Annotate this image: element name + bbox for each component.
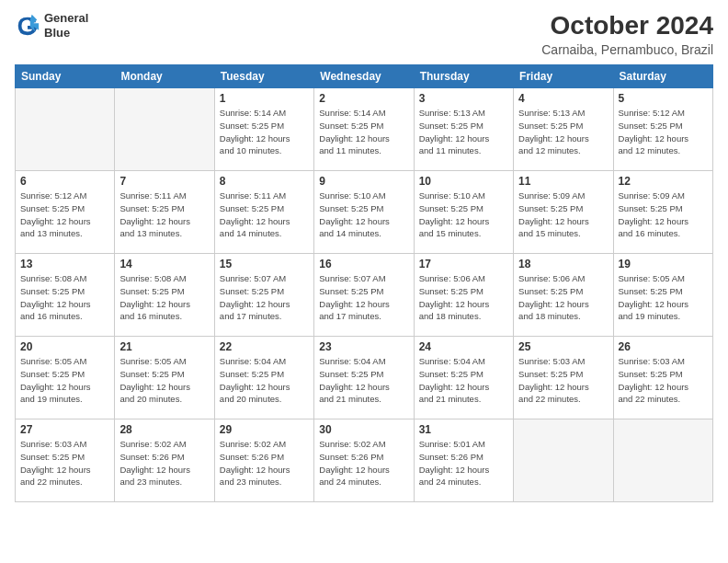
day-info-8: Sunrise: 5:11 AM Sunset: 5:25 PM Dayligh…: [220, 190, 309, 240]
day-cell-1-2: 8Sunrise: 5:11 AM Sunset: 5:25 PM Daylig…: [214, 171, 313, 254]
day-info-4: Sunrise: 5:13 AM Sunset: 5:25 PM Dayligh…: [518, 107, 608, 157]
page: General Blue October 2024 Carnaiba, Pern…: [0, 0, 728, 563]
day-number-13: 13: [20, 258, 109, 270]
day-info-24: Sunrise: 5:04 AM Sunset: 5:25 PM Dayligh…: [419, 355, 508, 406]
day-number-20: 20: [20, 340, 109, 353]
day-info-3: Sunrise: 5:13 AM Sunset: 5:25 PM Dayligh…: [419, 107, 508, 157]
day-cell-3-5: 25Sunrise: 5:03 AM Sunset: 5:25 PM Dayli…: [514, 337, 613, 419]
day-info-29: Sunrise: 5:02 AM Sunset: 5:26 PM Dayligh…: [220, 438, 309, 488]
day-cell-2-6: 19Sunrise: 5:05 AM Sunset: 5:25 PM Dayli…: [613, 254, 712, 337]
day-number-9: 9: [319, 175, 408, 188]
day-info-6: Sunrise: 5:12 AM Sunset: 5:25 PM Dayligh…: [20, 190, 109, 240]
day-cell-4-2: 29Sunrise: 5:02 AM Sunset: 5:26 PM Dayli…: [214, 419, 313, 502]
day-cell-2-0: 13Sunrise: 5:08 AM Sunset: 5:25 PM Dayli…: [16, 254, 115, 337]
day-info-1: Sunrise: 5:14 AM Sunset: 5:25 PM Dayligh…: [220, 107, 309, 157]
week-row-4: 27Sunrise: 5:03 AM Sunset: 5:25 PM Dayli…: [16, 419, 713, 502]
day-cell-0-5: 4Sunrise: 5:13 AM Sunset: 5:25 PM Daylig…: [514, 88, 613, 171]
day-cell-0-3: 2Sunrise: 5:14 AM Sunset: 5:25 PM Daylig…: [314, 88, 414, 171]
header-monday: Monday: [115, 65, 214, 88]
day-number-6: 6: [20, 175, 109, 188]
day-number-11: 11: [518, 175, 608, 188]
day-info-9: Sunrise: 5:10 AM Sunset: 5:25 PM Dayligh…: [319, 190, 408, 240]
logo: General Blue: [15, 11, 88, 40]
week-row-1: 6Sunrise: 5:12 AM Sunset: 5:25 PM Daylig…: [16, 171, 713, 254]
day-cell-4-6: [613, 419, 712, 502]
day-cell-1-0: 6Sunrise: 5:12 AM Sunset: 5:25 PM Daylig…: [16, 171, 115, 254]
day-cell-4-1: 28Sunrise: 5:02 AM Sunset: 5:26 PM Dayli…: [115, 419, 214, 502]
day-info-14: Sunrise: 5:08 AM Sunset: 5:25 PM Dayligh…: [119, 272, 209, 323]
day-number-28: 28: [119, 423, 209, 436]
header-wednesday: Wednesday: [314, 65, 414, 88]
day-cell-2-1: 14Sunrise: 5:08 AM Sunset: 5:25 PM Dayli…: [115, 254, 214, 337]
day-info-30: Sunrise: 5:02 AM Sunset: 5:26 PM Dayligh…: [319, 438, 408, 488]
day-number-25: 25: [518, 340, 608, 353]
day-number-3: 3: [419, 92, 508, 105]
header: General Blue October 2024 Carnaiba, Pern…: [15, 11, 713, 57]
day-cell-4-4: 31Sunrise: 5:01 AM Sunset: 5:26 PM Dayli…: [414, 419, 513, 502]
day-cell-3-1: 21Sunrise: 5:05 AM Sunset: 5:25 PM Dayli…: [115, 337, 214, 419]
day-cell-1-3: 9Sunrise: 5:10 AM Sunset: 5:25 PM Daylig…: [314, 171, 414, 254]
day-info-16: Sunrise: 5:07 AM Sunset: 5:25 PM Dayligh…: [319, 272, 408, 323]
day-info-11: Sunrise: 5:09 AM Sunset: 5:25 PM Dayligh…: [518, 190, 608, 240]
day-info-12: Sunrise: 5:09 AM Sunset: 5:25 PM Dayligh…: [619, 190, 708, 240]
day-number-7: 7: [119, 175, 209, 188]
day-number-18: 18: [518, 258, 608, 270]
day-info-13: Sunrise: 5:08 AM Sunset: 5:25 PM Dayligh…: [20, 272, 109, 323]
week-row-0: 1Sunrise: 5:14 AM Sunset: 5:25 PM Daylig…: [16, 88, 713, 171]
logo-icon: [15, 13, 40, 39]
day-number-26: 26: [619, 340, 708, 353]
day-number-29: 29: [220, 423, 309, 436]
day-info-18: Sunrise: 5:06 AM Sunset: 5:25 PM Dayligh…: [518, 272, 608, 323]
day-cell-3-3: 23Sunrise: 5:04 AM Sunset: 5:25 PM Dayli…: [314, 337, 414, 419]
day-info-20: Sunrise: 5:05 AM Sunset: 5:25 PM Dayligh…: [20, 355, 109, 406]
week-row-3: 20Sunrise: 5:05 AM Sunset: 5:25 PM Dayli…: [16, 337, 713, 419]
day-info-21: Sunrise: 5:05 AM Sunset: 5:25 PM Dayligh…: [119, 355, 209, 406]
day-number-15: 15: [220, 258, 309, 270]
day-info-10: Sunrise: 5:10 AM Sunset: 5:25 PM Dayligh…: [419, 190, 508, 240]
day-cell-3-6: 26Sunrise: 5:03 AM Sunset: 5:25 PM Dayli…: [613, 337, 712, 419]
header-thursday: Thursday: [414, 65, 513, 88]
day-info-15: Sunrise: 5:07 AM Sunset: 5:25 PM Dayligh…: [220, 272, 309, 323]
day-number-2: 2: [319, 92, 408, 105]
day-cell-0-6: 5Sunrise: 5:12 AM Sunset: 5:25 PM Daylig…: [613, 88, 712, 171]
day-number-21: 21: [119, 340, 209, 353]
day-cell-2-5: 18Sunrise: 5:06 AM Sunset: 5:25 PM Dayli…: [514, 254, 613, 337]
day-cell-3-4: 24Sunrise: 5:04 AM Sunset: 5:25 PM Dayli…: [414, 337, 513, 419]
header-row: Sunday Monday Tuesday Wednesday Thursday…: [16, 65, 713, 88]
day-cell-0-4: 3Sunrise: 5:13 AM Sunset: 5:25 PM Daylig…: [414, 88, 513, 171]
day-number-8: 8: [220, 175, 309, 188]
header-sunday: Sunday: [16, 65, 115, 88]
calendar-table: Sunday Monday Tuesday Wednesday Thursday…: [15, 64, 713, 502]
day-number-27: 27: [20, 423, 109, 436]
week-row-2: 13Sunrise: 5:08 AM Sunset: 5:25 PM Dayli…: [16, 254, 713, 337]
header-friday: Friday: [514, 65, 613, 88]
day-number-5: 5: [619, 92, 708, 105]
day-info-2: Sunrise: 5:14 AM Sunset: 5:25 PM Dayligh…: [319, 107, 408, 157]
day-info-28: Sunrise: 5:02 AM Sunset: 5:26 PM Dayligh…: [119, 438, 209, 488]
day-number-12: 12: [619, 175, 708, 188]
day-number-4: 4: [518, 92, 608, 105]
day-cell-0-0: [16, 88, 115, 171]
day-number-10: 10: [419, 175, 508, 188]
day-cell-2-2: 15Sunrise: 5:07 AM Sunset: 5:25 PM Dayli…: [214, 254, 313, 337]
day-number-30: 30: [319, 423, 408, 436]
day-info-27: Sunrise: 5:03 AM Sunset: 5:25 PM Dayligh…: [20, 438, 109, 488]
day-number-31: 31: [419, 423, 508, 436]
day-number-16: 16: [319, 258, 408, 270]
day-cell-3-2: 22Sunrise: 5:04 AM Sunset: 5:25 PM Dayli…: [214, 337, 313, 419]
day-cell-4-5: [514, 419, 613, 502]
day-number-14: 14: [119, 258, 209, 270]
day-number-19: 19: [619, 258, 708, 270]
day-cell-1-6: 12Sunrise: 5:09 AM Sunset: 5:25 PM Dayli…: [613, 171, 712, 254]
day-info-17: Sunrise: 5:06 AM Sunset: 5:25 PM Dayligh…: [419, 272, 508, 323]
day-info-7: Sunrise: 5:11 AM Sunset: 5:25 PM Dayligh…: [119, 190, 209, 240]
day-cell-4-0: 27Sunrise: 5:03 AM Sunset: 5:25 PM Dayli…: [16, 419, 115, 502]
day-info-31: Sunrise: 5:01 AM Sunset: 5:26 PM Dayligh…: [419, 438, 508, 488]
day-info-26: Sunrise: 5:03 AM Sunset: 5:25 PM Dayligh…: [619, 355, 708, 406]
main-title: October 2024: [541, 11, 713, 40]
day-cell-3-0: 20Sunrise: 5:05 AM Sunset: 5:25 PM Dayli…: [16, 337, 115, 419]
day-cell-2-3: 16Sunrise: 5:07 AM Sunset: 5:25 PM Dayli…: [314, 254, 414, 337]
day-info-5: Sunrise: 5:12 AM Sunset: 5:25 PM Dayligh…: [619, 107, 708, 157]
logo-text: General Blue: [44, 11, 88, 40]
day-info-19: Sunrise: 5:05 AM Sunset: 5:25 PM Dayligh…: [619, 272, 708, 323]
